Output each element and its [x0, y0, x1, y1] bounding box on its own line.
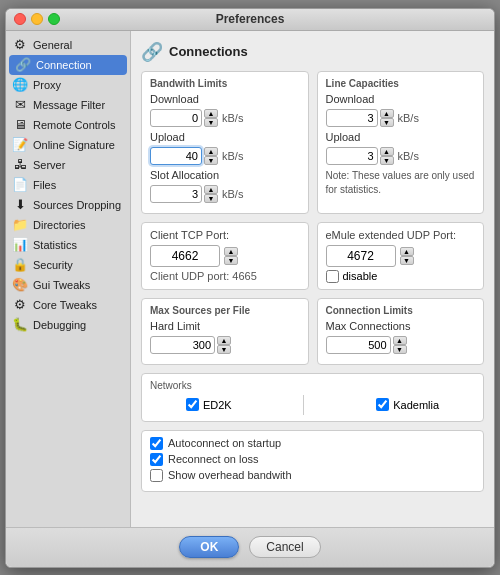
limits-row: Max Sources per File Hard Limit ▲ ▼ — [141, 298, 484, 365]
sidebar-item-statistics[interactable]: 📊Statistics — [6, 235, 130, 255]
download-spin-up[interactable]: ▲ — [204, 109, 218, 118]
upload-field-row: Upload — [150, 131, 300, 143]
sidebar-item-general[interactable]: ⚙General — [6, 35, 130, 55]
close-button[interactable] — [14, 13, 26, 25]
lc-upload-spinner: ▲ ▼ — [326, 147, 394, 165]
sidebar-label-server: Server — [33, 159, 65, 171]
sidebar-item-security[interactable]: 🔒Security — [6, 255, 130, 275]
hard-limit-spin-up[interactable]: ▲ — [217, 336, 231, 345]
sidebar-label-directories: Directories — [33, 219, 86, 231]
autoconnect-checkbox[interactable] — [150, 437, 163, 450]
minimize-button[interactable] — [31, 13, 43, 25]
overhead-checkbox[interactable] — [150, 469, 163, 482]
ed2k-label: ED2K — [203, 399, 232, 411]
upload-label: Upload — [150, 131, 200, 143]
disable-label: disable — [343, 270, 378, 282]
udp-spin-up[interactable]: ▲ — [400, 247, 414, 256]
connection-limits-box: Connection Limits Max Connections ▲ ▼ — [317, 298, 485, 365]
autoconnect-row: Autoconnect on startup — [150, 437, 475, 450]
hard-limit-input[interactable] — [150, 336, 215, 354]
directories-icon: 📁 — [12, 217, 28, 233]
sidebar-label-gui-tweaks: Gui Tweaks — [33, 279, 90, 291]
networks-label: Networks — [150, 380, 475, 391]
sidebar-item-message-filter[interactable]: ✉Message Filter — [6, 95, 130, 115]
sidebar-item-files[interactable]: 📄Files — [6, 175, 130, 195]
ed2k-checkbox[interactable] — [186, 398, 199, 411]
max-connections-spin-down[interactable]: ▼ — [393, 345, 407, 354]
general-icon: ⚙ — [12, 37, 28, 53]
lc-upload-label: Upload — [326, 131, 376, 143]
reconnect-row: Reconnect on loss — [150, 453, 475, 466]
line-capacities-group: Line Capacities Download ▲ ▼ kB/s — [317, 71, 485, 214]
sidebar-label-message-filter: Message Filter — [33, 99, 105, 111]
sidebar-item-directories[interactable]: 📁Directories — [6, 215, 130, 235]
upload-input[interactable] — [150, 147, 202, 165]
cancel-button[interactable]: Cancel — [249, 536, 320, 558]
lc-upload-input[interactable] — [326, 147, 378, 165]
sidebar: ⚙General🔗Connection🌐Proxy✉Message Filter… — [6, 31, 131, 527]
lc-download-spin-down[interactable]: ▼ — [380, 118, 394, 127]
upload-spin-down[interactable]: ▼ — [204, 156, 218, 165]
sources-dropping-icon: ⬇ — [12, 197, 28, 213]
hard-limit-spin-buttons: ▲ ▼ — [217, 336, 231, 354]
sidebar-item-proxy[interactable]: 🌐Proxy — [6, 75, 130, 95]
sidebar-item-sources-dropping[interactable]: ⬇Sources Dropping — [6, 195, 130, 215]
maximize-button[interactable] — [48, 13, 60, 25]
ed2k-item: ED2K — [186, 398, 232, 411]
disable-checkbox[interactable] — [326, 270, 339, 283]
slot-spin-up[interactable]: ▲ — [204, 185, 218, 194]
tcp-spin-up[interactable]: ▲ — [224, 247, 238, 256]
max-connections-input-row: ▲ ▼ — [326, 336, 476, 354]
udp-port-box: eMule extended UDP Port: ▲ ▼ disable — [317, 222, 485, 290]
section-title: Connections — [169, 44, 248, 59]
tcp-port-label: Client TCP Port: — [150, 229, 300, 241]
sidebar-item-server[interactable]: 🖧Server — [6, 155, 130, 175]
lc-download-label: Download — [326, 93, 376, 105]
bandwidth-group: Bandwith Limits Download ▲ ▼ kB/s — [141, 71, 309, 214]
slot-spin-buttons: ▲ ▼ — [204, 185, 218, 203]
proxy-icon: 🌐 — [12, 77, 28, 93]
content-area: ⚙General🔗Connection🌐Proxy✉Message Filter… — [6, 31, 494, 527]
udp-spin-down[interactable]: ▼ — [400, 256, 414, 265]
kademlia-checkbox[interactable] — [376, 398, 389, 411]
tcp-spin-down[interactable]: ▼ — [224, 256, 238, 265]
upload-unit: kB/s — [222, 150, 243, 162]
port-section: Client TCP Port: ▲ ▼ Client UDP port: 46… — [141, 222, 484, 290]
download-input[interactable] — [150, 109, 202, 127]
tcp-port-box: Client TCP Port: ▲ ▼ Client UDP port: 46… — [141, 222, 309, 290]
reconnect-checkbox[interactable] — [150, 453, 163, 466]
upload-input-row: ▲ ▼ kB/s — [150, 147, 300, 165]
connection-limits-label: Connection Limits — [326, 305, 476, 316]
upload-spin-up[interactable]: ▲ — [204, 147, 218, 156]
autoconnect-label: Autoconnect on startup — [168, 437, 281, 449]
slot-spin-down[interactable]: ▼ — [204, 194, 218, 203]
tcp-port-input[interactable] — [150, 245, 220, 267]
slot-label: Slot Allocation — [150, 169, 219, 181]
lc-upload-spin-up[interactable]: ▲ — [380, 147, 394, 156]
udp-spin-buttons: ▲ ▼ — [400, 247, 414, 265]
lc-download-input[interactable] — [326, 109, 378, 127]
sidebar-item-core-tweaks[interactable]: ⚙Core Tweaks — [6, 295, 130, 315]
download-field-row: Download — [150, 93, 300, 105]
slot-input[interactable] — [150, 185, 202, 203]
max-connections-spin-up[interactable]: ▲ — [393, 336, 407, 345]
max-connections-spin-buttons: ▲ ▼ — [393, 336, 407, 354]
max-connections-spinner: ▲ ▼ — [326, 336, 407, 354]
sidebar-item-gui-tweaks[interactable]: 🎨Gui Tweaks — [6, 275, 130, 295]
tcp-spin-buttons: ▲ ▼ — [224, 247, 238, 265]
sidebar-item-remote-controls[interactable]: 🖥Remote Controls — [6, 115, 130, 135]
download-spin-down[interactable]: ▼ — [204, 118, 218, 127]
hard-limit-spin-down[interactable]: ▼ — [217, 345, 231, 354]
lc-download-spin-up[interactable]: ▲ — [380, 109, 394, 118]
lc-upload-spin-down[interactable]: ▼ — [380, 156, 394, 165]
udp-port-input[interactable] — [326, 245, 396, 267]
sidebar-item-debugging[interactable]: 🐛Debugging — [6, 315, 130, 335]
tcp-port-inner: ▲ ▼ — [150, 245, 300, 267]
server-icon: 🖧 — [12, 157, 28, 173]
max-connections-input[interactable] — [326, 336, 391, 354]
sidebar-label-remote-controls: Remote Controls — [33, 119, 116, 131]
sidebar-item-connection[interactable]: 🔗Connection — [9, 55, 127, 75]
ok-button[interactable]: OK — [179, 536, 239, 558]
sidebar-item-online-signature[interactable]: 📝Online Signature — [6, 135, 130, 155]
bandwidth-row: Bandwith Limits Download ▲ ▼ kB/s — [141, 71, 484, 214]
